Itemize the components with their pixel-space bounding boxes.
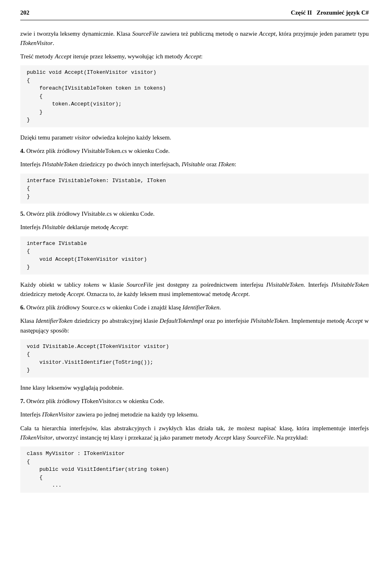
para2-visitor: visitor [75, 134, 90, 141]
para2: Dzięki temu parametr visitor odwiedza ko… [20, 133, 369, 142]
item4-text: Otwórz plik źródłowy IVisitableToken.cs … [26, 148, 170, 154]
numbered-item-6: 6. Otwórz plik źródłowy Source.cs w okie… [20, 303, 369, 312]
para4-text-1: Interfejs [20, 224, 42, 230]
numbered-item-5: 5. Otwórz plik źródłowy IVisitable.cs w … [20, 209, 369, 219]
intro-text-4: . [53, 40, 54, 46]
code-block-3: interface IVistable { void Accept(IToken… [20, 236, 369, 275]
item5-num: 5. [20, 210, 25, 217]
para2-text-2: odwiedza kolejno każdy leksem. [90, 134, 171, 141]
para6-accept: Accept [346, 318, 363, 324]
para1-text-1: Treść metody [20, 53, 55, 60]
para9: Cała ta hierarchia interfejsów, klas abs… [20, 424, 369, 443]
para8-text-2: zawiera po jednej metodzie na każdy typ … [75, 411, 199, 418]
intro-paragraph: zwie i tworzyła leksemy dynamicznie. Kla… [20, 29, 369, 48]
para4-text-2: deklaruje metodę [65, 224, 110, 230]
item7-num: 7. [20, 398, 25, 404]
para3-ivisitable: IVisitable [182, 161, 205, 167]
para1-accept: Accept [55, 53, 71, 60]
para6-text-4: . Implementuje metodę [288, 318, 346, 324]
item6-end: . [219, 304, 221, 311]
para1: Treść metody Accept iteruje przez leksem… [20, 52, 369, 61]
para5-text-4: . Interfejs [304, 281, 331, 288]
para4-text-3: : [127, 224, 128, 230]
intro-text-2: zawiera też publiczną metodę o nazwie [158, 30, 259, 37]
item7-text: Otwórz plik źródłowy ITokenVisitor.cs w … [26, 398, 165, 404]
para5-text-7: . [248, 291, 250, 297]
para3-text-2: dziedziczy po dwóch innych interfejsach, [78, 161, 182, 167]
item6-text: Otwórz plik źródłowy Source.cs w okienku… [26, 304, 182, 311]
intro-sourcefile: SourceFile [132, 30, 158, 37]
para6-text-3: oraz po interfejsie [203, 318, 250, 324]
para6: Klasa IdentifierToken dziedziczy po abst… [20, 316, 369, 335]
item6-identifiertoken: IdentifierToken [182, 304, 219, 311]
para6-ivisitabletoken: IVisitableToken [250, 318, 288, 324]
item4-num: 4. [20, 148, 25, 154]
chapter-subtitle: Zrozumieć język C# [316, 9, 369, 16]
para9-sourcefile: SourceFile [247, 434, 274, 441]
para6-text-2: dziedziczy po abstrakcyjnej klasie [73, 318, 159, 324]
para5-accept: Accept [67, 291, 84, 297]
para1-text-3: : [201, 53, 203, 60]
chapter-title: Część II Zrozumieć język C# [291, 8, 369, 17]
para5-text-6: . Oznacza to, że każdy leksem musi imple… [84, 291, 232, 297]
item5-text: Otwórz plik źródłowy IVisitable.cs w oki… [26, 210, 155, 217]
para9-text-1: Cała ta hierarchia interfejsów, klas abs… [20, 425, 369, 431]
para3-text-4: : [235, 161, 236, 167]
code-block-2: interface IVisitableToken: IVistable, IT… [20, 174, 369, 204]
item6-num: 6. [20, 304, 25, 311]
numbered-item-4: 4. Otwórz plik źródłowy IVisitableToken.… [20, 146, 369, 156]
para1-accept2: Accept [184, 53, 201, 60]
para5-ivisitabletoken2: IVisitableToken [331, 281, 369, 288]
para1-text-2: iteruje przez leksemy, wywołując ich met… [71, 53, 184, 60]
para3-text-3: oraz [205, 161, 218, 167]
para3-itoken: IToken [218, 161, 235, 167]
para2-text-1: Dzięki temu parametr [20, 134, 75, 141]
para5-accept2: Accept [232, 291, 248, 297]
para4-ivisitable: IVisitable [42, 224, 65, 230]
para6-defaulttokenimpl: DefaultTokenImpl [160, 318, 203, 324]
intro-text-3: , która przyjmuje jeden parametr typu [276, 30, 369, 37]
para3: Interfejs IVistableToken dziedziczy po d… [20, 160, 369, 169]
para7: Inne klasy leksemów wyglądają podobnie. [20, 383, 369, 393]
para4: Interfejs IVisitable deklaruje metodę Ac… [20, 223, 369, 232]
para5-ivisitabletoken: IVisitableToken [266, 281, 304, 288]
code-block-1: public void Accept(ITokenVisitor visitor… [20, 65, 369, 127]
page-header: 202 Część II Zrozumieć język C# [20, 8, 369, 20]
para9-text-2: , utworzyć instancję tej klasy i przekaz… [53, 434, 215, 441]
intro-text-1: zwie i tworzyła leksemy dynamicznie. Kla… [20, 30, 132, 37]
code-block-4: void IVisitable.Accept(ITokenVisitor vis… [20, 339, 369, 378]
chapter-label: Część II [291, 9, 312, 16]
intro-itokenvisitor: ITokenVisitor [20, 40, 53, 46]
para5-text-5: dziedziczy metodę [20, 291, 67, 297]
para9-text-3: klasy [231, 434, 247, 441]
intro-accept: Accept [259, 30, 276, 37]
para9-itokenvisitor: ITokenVisitor [20, 434, 53, 441]
page-number: 202 [20, 8, 30, 17]
para8-itokenvisitor: ITokenVisitor [42, 411, 75, 418]
para5-text-1: Każdy obiekt w tablicy [20, 281, 84, 288]
para8-text-1: Interfejs [20, 411, 42, 418]
para9-accept: Accept [215, 434, 231, 441]
para3-ivistable: IVistableToken [42, 161, 78, 167]
para6-identifiertoken: IdentifierToken [36, 318, 73, 324]
para5-text-3: jest dostępny za pośrednictwem interfejs… [153, 281, 266, 288]
code-block-5: class MyVisitor : ITokenVisitor { public… [20, 446, 369, 493]
para4-accept: Accept [110, 224, 127, 230]
para7-text: Inne klasy leksemów wyglądają podobnie. [20, 384, 124, 391]
para5-text-2: w klasie [99, 281, 126, 288]
para8: Interfejs ITokenVisitor zawiera po jedne… [20, 410, 369, 419]
para5: Każdy obiekt w tablicy tokens w klasie S… [20, 280, 369, 299]
para5-tokens: tokens [84, 281, 99, 288]
para9-text-4: . Na przykład: [274, 434, 308, 441]
para3-text-1: Interfejs [20, 161, 42, 167]
para6-text-1: Klasa [20, 318, 36, 324]
para5-sourcefile: SourceFile [126, 281, 153, 288]
numbered-item-7: 7. Otwórz plik źródłowy ITokenVisitor.cs… [20, 397, 369, 406]
